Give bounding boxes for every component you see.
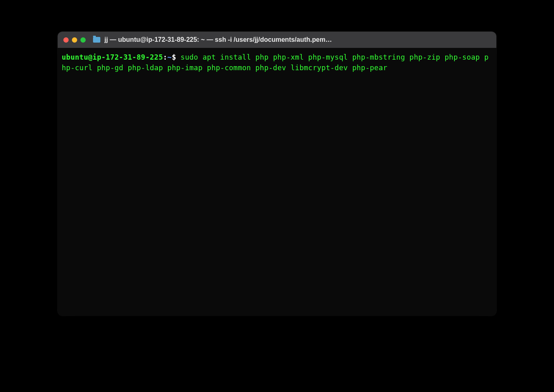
folder-icon	[93, 37, 100, 43]
title-bar: jj — ubuntu@ip-172-31-89-225: ~ — ssh -i…	[58, 32, 496, 48]
terminal-body[interactable]: ubuntu@ip-172-31-89-225:~$ sudo apt inst…	[58, 48, 496, 316]
window-title: jj — ubuntu@ip-172-31-89-225: ~ — ssh -i…	[104, 36, 491, 43]
minimize-button[interactable]	[72, 37, 77, 43]
prompt-separator: :	[163, 53, 167, 61]
terminal-window: jj — ubuntu@ip-172-31-89-225: ~ — ssh -i…	[58, 32, 496, 316]
close-button[interactable]	[63, 37, 69, 43]
prompt-user-host: ubuntu@ip-172-31-89-225	[62, 53, 163, 61]
prompt-path: ~	[167, 53, 172, 61]
traffic-lights	[63, 37, 86, 43]
prompt-dollar: $	[172, 53, 176, 61]
terminal-line: ubuntu@ip-172-31-89-225:~$ sudo apt inst…	[62, 52, 492, 73]
maximize-button[interactable]	[80, 37, 86, 43]
